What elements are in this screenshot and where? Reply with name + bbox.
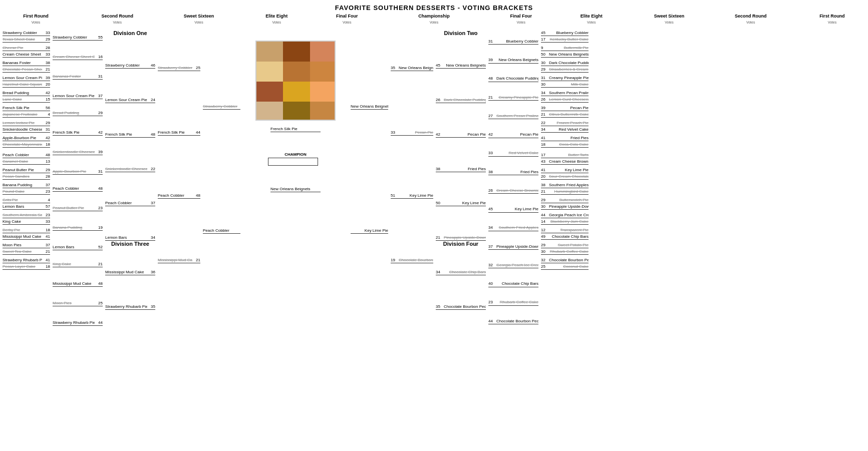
- team-score: 21: [541, 112, 549, 117]
- team-score: 13: [42, 159, 50, 164]
- team-name: Sour Cream Chocolate Cake: [549, 174, 589, 179]
- team-name: Strawberry Cobbler: [158, 66, 192, 70]
- team-name: Pound Cake: [3, 189, 42, 194]
- team-name: King Cake: [53, 262, 95, 266]
- r2-d3-m7: Moon Pies 25: [53, 300, 103, 306]
- r1-d4-m2: 41 Key Lime Pie 20 Sour Cream Chocolate …: [541, 167, 589, 180]
- team-score: 35: [391, 66, 399, 70]
- r2-left: Strawberry Cobbler 55 Cream Cheese Sheet…: [53, 26, 103, 326]
- team-name: Chocolate Chip Bars: [444, 270, 486, 274]
- entry: Pecan Sandies 28: [3, 173, 50, 180]
- team-name: Peach Cobbler: [3, 153, 42, 157]
- team-score: 18: [42, 228, 50, 232]
- team-name: Hazelnut Cake Squares: [3, 82, 42, 87]
- team-name: Snickerdoodle Cheesecake: [3, 127, 42, 132]
- r2-d3-m5: King Cake 21: [53, 261, 103, 267]
- r1-d1-m2: Cheese Pie 28 Cream Cheese Sheet Cake 33: [3, 45, 50, 58]
- team-score: 34: [541, 91, 549, 95]
- team-score: 28: [42, 46, 50, 50]
- team-name: Pineapple Upside-Down Cake: [549, 204, 589, 209]
- team-score: 24: [147, 98, 155, 102]
- team-score: 37: [95, 94, 103, 98]
- team-score: 21: [541, 189, 549, 194]
- team-score: 30: [541, 61, 549, 65]
- team-score: 21: [42, 67, 50, 72]
- team-score: 48: [42, 153, 50, 157]
- team-name: Lemon Sour Cream Pie: [3, 76, 42, 80]
- entry: Hazelnut Cake Squares 20: [3, 81, 50, 88]
- team-score: 18: [42, 264, 50, 269]
- team-score: 42: [42, 91, 50, 95]
- team-score: 30: [541, 82, 549, 87]
- team-name: Frozen Peach Pie: [549, 121, 589, 125]
- team-name: Pecan Pie: [496, 132, 538, 137]
- team-name: Pecan Pie: [549, 106, 589, 110]
- r1-d2-m6: 39 Pecan Pie 21 Citrus Buttermilk Cake: [541, 105, 589, 118]
- r2-d1-m2: Cream Cheese Sheet Cake 16: [53, 54, 103, 60]
- hdr-elite8-left: Elite Eight: [247, 14, 306, 19]
- team-score: 20: [42, 82, 50, 87]
- team-score: 29: [541, 67, 549, 72]
- team-score: 37: [488, 244, 496, 249]
- team-score: 35: [147, 304, 155, 309]
- team-score: 33: [42, 52, 50, 57]
- entry: Pecan Layer Cake 18: [3, 263, 50, 270]
- r1-d4-m8: 32 Chocolate Bourbon Pecan Pie 25 Coconu…: [541, 257, 589, 270]
- team-name: Strawberry Rhubarb Pie: [3, 258, 42, 262]
- team-name: Chocolate Bourbon Pecan Pie: [549, 258, 589, 262]
- team-score: 21: [488, 95, 496, 100]
- entry: Moon Pies 37: [3, 242, 50, 248]
- team-name: Kentucky Butter Cake: [549, 37, 589, 42]
- division-three-label: Division Three: [111, 241, 149, 247]
- team-score: 39: [95, 150, 103, 154]
- right-bracket: 45 Blueberry Cobbler 17 Kentucky Butter …: [351, 26, 589, 326]
- team-score: 29: [541, 243, 549, 247]
- team-name: Key Lime Pie: [399, 193, 433, 198]
- team-score: 31: [42, 127, 50, 132]
- r1-d4-m5: 44 Georgia Peach Ice Cream 14 Blackberry…: [541, 212, 589, 225]
- team-score: 25: [192, 66, 200, 70]
- r1-d3-m8: Strawberry Rhubarb Pie 41 Pecan Layer Ca…: [3, 257, 50, 270]
- hdr-final4-left: Final Four: [321, 14, 373, 19]
- team-score: 45: [436, 63, 444, 68]
- division-one-label: Division One: [113, 30, 147, 36]
- team-score: 31: [95, 169, 103, 174]
- team-score: 50: [541, 52, 549, 57]
- page-title: FAVORITE SOUTHERN DESSERTS - VOTING BRAC…: [0, 0, 868, 14]
- r1-d1-m8: Apple-Bourbon Pie 42 Chocolate-Mayonnais…: [3, 135, 50, 148]
- team-name: Georgia Peach Ice Cream: [496, 263, 538, 267]
- team-name: Lemon Bars: [105, 235, 147, 240]
- r2-d3-m8: Strawberry Rhubarb Pie 44: [53, 319, 103, 326]
- team-score: 34: [436, 270, 444, 274]
- r2-d3-m2: Peanut Butter Pie 23: [53, 205, 103, 211]
- hdr-championship: Championship: [377, 14, 491, 19]
- entry: Chocolate-Mayonnaise Cake 18: [3, 141, 50, 148]
- team-name: Dark Chocolate Pudding: [549, 61, 589, 65]
- team-name: Coconut Cake: [549, 264, 589, 269]
- team-score: 17: [541, 37, 549, 42]
- team-name: Key Lime Pie: [351, 228, 388, 233]
- votes-hdr-2: Votes: [84, 19, 151, 26]
- team-name: Butter Tarts: [549, 153, 589, 157]
- team-score: 25: [541, 264, 549, 269]
- entry: Lemon Icebox Pie 29: [3, 120, 50, 126]
- team-score: 36: [147, 270, 155, 274]
- entry: Strawberry Rhubarb Pie 41: [3, 257, 50, 263]
- team-score: 4: [42, 112, 50, 117]
- team-score: 14: [541, 219, 549, 224]
- team-name: Blueberry Cobbler: [496, 39, 538, 44]
- team-name: Southern Fried Apples: [496, 225, 538, 230]
- r2-d1-m8: Apple-Bourbon Pie 31: [53, 168, 103, 175]
- team-score: 55: [95, 35, 103, 40]
- team-score: 44: [192, 130, 200, 135]
- r1-d3-m4: Grits Pie 4 Lemon Bars 57: [3, 197, 50, 210]
- team-score: 46: [147, 63, 155, 68]
- r1-d2-m2: 9 Buttermilk Pie 50 New Orleans Beignets: [541, 45, 589, 58]
- r2-d1-m5: Bread Pudding 29: [53, 110, 103, 116]
- final4-left: Strawberry Cobbler Peach Cobbler: [203, 26, 240, 326]
- team-score: 56: [42, 106, 50, 110]
- team-name: Milk Cake: [549, 82, 589, 87]
- team-name: Chocolate Chip Bars: [496, 281, 538, 286]
- team-name: Southern Pecan Pralines: [549, 91, 589, 95]
- team-name: Mississippi Mud Cake: [105, 270, 147, 274]
